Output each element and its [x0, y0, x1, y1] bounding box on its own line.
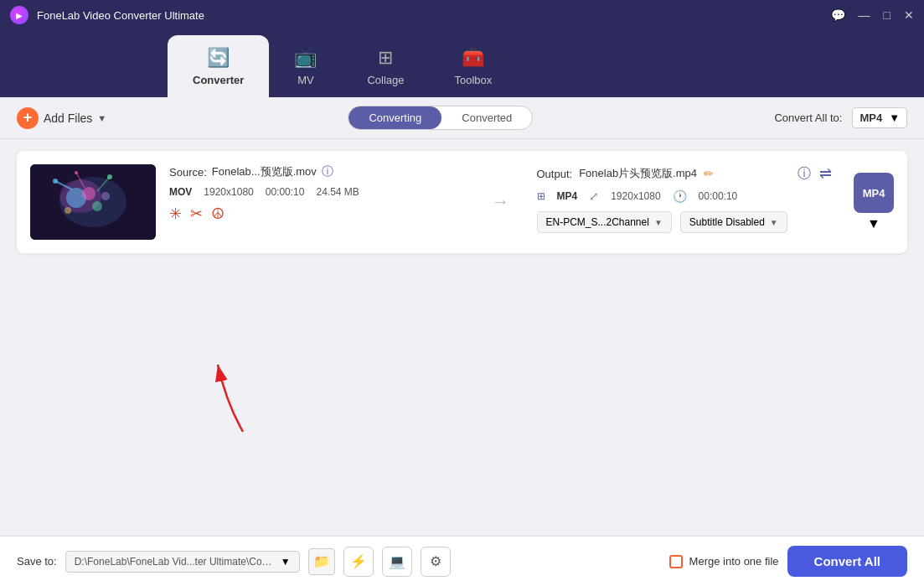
output-resolution: 1920x1080: [611, 190, 660, 202]
converter-label: Converter: [193, 74, 244, 86]
effect-icon[interactable]: ✳: [169, 205, 182, 223]
annotation-arrow: [201, 352, 268, 436]
toolbox-label: Toolbox: [455, 74, 493, 86]
input-duration: 00:00:10: [266, 186, 305, 198]
window-controls: 💬 — □ ✕: [831, 8, 914, 22]
thumbnail-image: [30, 164, 156, 240]
bottom-bar: Save to: D:\FoneLab\FoneLab Vid...ter Ul…: [0, 536, 924, 586]
flash-off-icon[interactable]: ⚡: [343, 547, 374, 577]
collage-label: Collage: [367, 74, 404, 86]
output-info-icon[interactable]: ⓘ: [798, 165, 811, 183]
format-badge-label: MP4: [863, 187, 885, 200]
audio-dropdown[interactable]: EN-PCM_S...2Channel ▼: [537, 211, 672, 233]
format-badge-dropdown[interactable]: ▼: [867, 216, 880, 231]
video-source-row: Source: Fonelab...预览版.mov ⓘ: [169, 164, 465, 179]
video-thumbnail: [30, 164, 156, 240]
merge-checkbox[interactable]: [669, 555, 683, 568]
app-title: FoneLab Video Converter Ultimate: [37, 9, 831, 22]
svg-point-4: [82, 187, 95, 200]
output-prefix: Output:: [537, 168, 573, 180]
format-badge[interactable]: MP4: [854, 173, 894, 213]
save-path-text: D:\FoneLab\FoneLab Vid...ter Ultimate\Co…: [75, 556, 276, 568]
video-meta: MOV 1920x1080 00:00:10 24.54 MB: [169, 186, 465, 198]
close-btn[interactable]: ✕: [904, 8, 914, 22]
convert-format-select[interactable]: MP4 ▼: [852, 107, 907, 128]
subtitle-dropdown-arrow: ▼: [770, 218, 778, 227]
output-controls: EN-PCM_S...2Channel ▼ Subtitle Disabled …: [537, 211, 833, 233]
watermark-icon[interactable]: ☮: [211, 205, 225, 223]
save-to-label: Save to:: [17, 555, 57, 568]
format-badge-container: MP4 ▼: [854, 173, 894, 231]
source-filename: Fonelab...预览版.mov: [212, 164, 317, 179]
format-value: MP4: [859, 111, 882, 124]
converting-tabs: Converting Converted: [348, 106, 533, 130]
converter-icon: 🔄: [207, 47, 230, 69]
tab-collage[interactable]: ⊞ Collage: [342, 35, 429, 97]
video-card: Source: Fonelab...预览版.mov ⓘ MOV 1920x108…: [17, 151, 907, 253]
minimize-btn[interactable]: —: [859, 8, 870, 22]
converting-tab[interactable]: Converting: [348, 106, 441, 129]
output-format: MP4: [557, 190, 578, 202]
output-settings-icon[interactable]: ⇌: [819, 164, 832, 183]
cut-icon[interactable]: ✂: [190, 205, 203, 223]
source-prefix: Source:: [169, 166, 207, 179]
subtitle-label: Subtitle Disabled: [689, 216, 765, 228]
tab-mv[interactable]: 📺 MV: [269, 35, 342, 97]
mv-icon: 📺: [294, 47, 317, 69]
svg-point-11: [53, 179, 58, 184]
folder-browse-button[interactable]: 📁: [308, 548, 335, 575]
format-dropdown-arrow: ▼: [889, 111, 900, 124]
add-files-plus-icon: +: [17, 107, 39, 129]
convert-all-button[interactable]: Convert All: [787, 546, 907, 577]
output-info: Output: Fonelab片头预览版.mp4 ✏ ⓘ ⇌ ⊞ MP4 ⤢ 1…: [537, 164, 833, 233]
svg-point-7: [101, 192, 110, 200]
main-content: Source: Fonelab...预览版.mov ⓘ MOV 1920x108…: [0, 139, 924, 265]
save-path-arrow: ▼: [281, 556, 291, 568]
screen-off-icon[interactable]: 💻: [382, 547, 412, 577]
add-files-label: Add Files: [44, 111, 92, 125]
output-edit-icon[interactable]: ✏: [704, 167, 714, 180]
settings-icon[interactable]: ⚙: [421, 547, 451, 577]
conversion-arrow: →: [478, 191, 524, 213]
merge-label: Merge into one file: [689, 555, 779, 568]
output-filename: Fonelab片头预览版.mp4: [579, 166, 697, 181]
svg-point-6: [65, 207, 71, 214]
title-bar: ▶ FoneLab Video Converter Ultimate 💬 — □…: [0, 0, 924, 30]
add-files-button[interactable]: + Add Files ▼: [17, 107, 106, 129]
audio-dropdown-arrow: ▼: [654, 218, 663, 227]
app-logo: ▶: [10, 6, 28, 24]
audio-label: EN-PCM_S...2Channel: [546, 216, 649, 228]
input-format: MOV: [169, 186, 192, 198]
nav-tabs: 🔄 Converter 📺 MV ⊞ Collage 🧰 Toolbox: [0, 30, 924, 97]
save-path-select[interactable]: D:\FoneLab\FoneLab Vid...ter Ultimate\Co…: [65, 551, 300, 573]
output-meta: ⊞ MP4 ⤢ 1920x1080 🕐 00:00:10: [537, 189, 833, 203]
toolbar: + Add Files ▼ Converting Converted Conve…: [0, 97, 924, 139]
subtitle-dropdown[interactable]: Subtitle Disabled ▼: [680, 211, 787, 233]
output-right-actions: ⓘ ⇌: [798, 164, 832, 183]
tab-toolbox[interactable]: 🧰 Toolbox: [430, 35, 518, 97]
output-duration: 00:00:10: [699, 190, 738, 202]
converted-tab[interactable]: Converted: [441, 106, 532, 129]
video-actions: ✳ ✂ ☮: [169, 205, 465, 223]
source-info-icon[interactable]: ⓘ: [322, 164, 333, 179]
input-filesize: 24.54 MB: [316, 186, 359, 198]
maximize-btn[interactable]: □: [884, 8, 890, 22]
svg-point-12: [75, 171, 78, 174]
convert-all-to-label: Convert All to:: [774, 111, 842, 124]
input-resolution: 1920x1080: [204, 186, 253, 198]
merge-checkbox-row: Merge into one file: [669, 555, 779, 568]
feedback-icon[interactable]: 💬: [831, 8, 845, 22]
mv-label: MV: [297, 74, 314, 86]
collage-icon: ⊞: [378, 47, 393, 69]
tab-converter[interactable]: 🔄 Converter: [168, 35, 269, 97]
svg-point-13: [107, 174, 112, 179]
toolbox-icon: 🧰: [462, 47, 484, 69]
output-source-row: Output: Fonelab片头预览版.mp4 ✏ ⓘ ⇌: [537, 164, 833, 183]
svg-point-5: [92, 201, 102, 211]
video-info: Source: Fonelab...预览版.mov ⓘ MOV 1920x108…: [169, 164, 465, 223]
add-files-dropdown-arrow: ▼: [97, 113, 106, 123]
